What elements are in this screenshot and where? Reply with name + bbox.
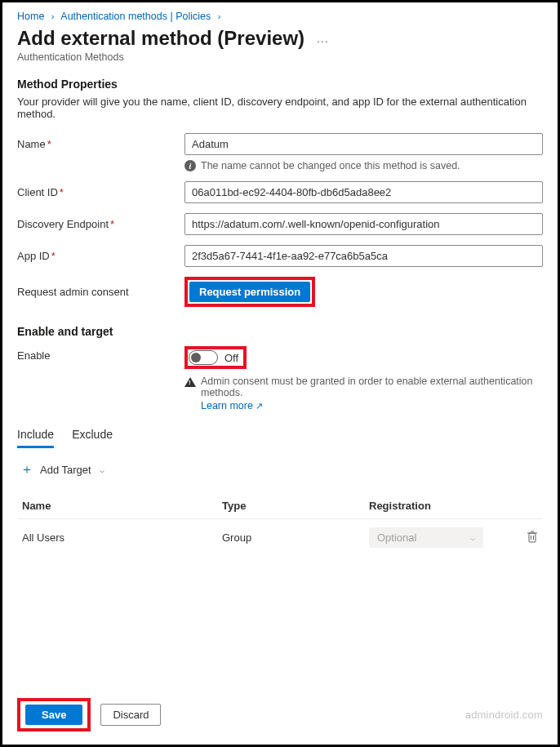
tab-include[interactable]: Include	[17, 428, 54, 448]
breadcrumb-policies[interactable]: Authentication methods | Policies	[60, 11, 211, 22]
info-icon: i	[184, 160, 196, 171]
tab-exclude[interactable]: Exclude	[72, 428, 113, 448]
add-target-button[interactable]: ＋ Add Target ⌵	[20, 461, 543, 478]
enable-toggle-label: Off	[224, 352, 238, 364]
label-request-consent: Request admin consent	[17, 286, 184, 298]
request-permission-button[interactable]: Request permission	[189, 282, 310, 302]
footer-bar: Save Discard admindroid.com	[2, 690, 558, 745]
more-options-icon[interactable]: ···	[317, 34, 329, 47]
targets-table-header: Name Type Registration	[17, 493, 543, 519]
label-discovery-endpoint: Discovery Endpoint*	[17, 213, 184, 230]
section-desc-properties: Your provider will give you the name, cl…	[17, 96, 543, 120]
column-header-type: Type	[222, 500, 369, 512]
plus-icon: ＋	[20, 461, 33, 478]
highlight-enable-toggle: Off	[184, 346, 247, 369]
svg-rect-0	[529, 533, 536, 542]
discovery-endpoint-field[interactable]	[184, 213, 543, 235]
breadcrumb-home[interactable]: Home	[17, 11, 44, 22]
include-exclude-tabs: Include Exclude	[17, 428, 543, 448]
cell-target-name: All Users	[22, 531, 222, 544]
registration-select[interactable]: Optional ⌵	[369, 527, 483, 548]
column-header-registration: Registration	[369, 500, 500, 512]
chevron-right-icon: ›	[218, 11, 221, 21]
chevron-down-icon: ⌵	[100, 465, 104, 474]
delete-icon[interactable]	[527, 532, 538, 545]
discard-button[interactable]: Discard	[100, 704, 161, 726]
page-title: Add external method (Preview)	[17, 27, 304, 50]
save-button[interactable]: Save	[25, 705, 82, 725]
watermark: admindroid.com	[465, 709, 543, 721]
table-row: All Users Group Optional ⌵	[17, 519, 543, 556]
page-subtitle: Authentication Methods	[17, 51, 543, 63]
chevron-down-icon: ⌵	[470, 533, 475, 542]
highlight-save: Save	[17, 698, 91, 731]
chevron-right-icon: ›	[51, 11, 55, 21]
label-name: Name*	[17, 133, 184, 150]
client-id-field[interactable]	[184, 181, 543, 203]
highlight-request-permission: Request permission	[184, 277, 315, 307]
app-id-field[interactable]	[184, 245, 543, 267]
name-field[interactable]	[184, 133, 543, 155]
breadcrumb: Home › Authentication methods | Policies…	[17, 11, 543, 22]
learn-more-link[interactable]: Learn more↗	[201, 400, 543, 411]
label-app-id: App ID*	[17, 245, 184, 262]
label-enable: Enable	[17, 346, 184, 362]
enable-toggle[interactable]	[189, 350, 218, 365]
name-note: i The name cannot be changed once this m…	[184, 160, 543, 171]
section-heading-enable: Enable and target	[17, 325, 543, 338]
label-client-id: Client ID*	[17, 181, 184, 198]
enable-warning-note: Admin consent must be granted in order t…	[184, 376, 543, 411]
warning-icon	[184, 377, 196, 387]
section-heading-properties: Method Properties	[17, 78, 543, 91]
column-header-name: Name	[22, 500, 222, 512]
cell-target-type: Group	[222, 531, 369, 544]
external-link-icon: ↗	[256, 401, 263, 411]
